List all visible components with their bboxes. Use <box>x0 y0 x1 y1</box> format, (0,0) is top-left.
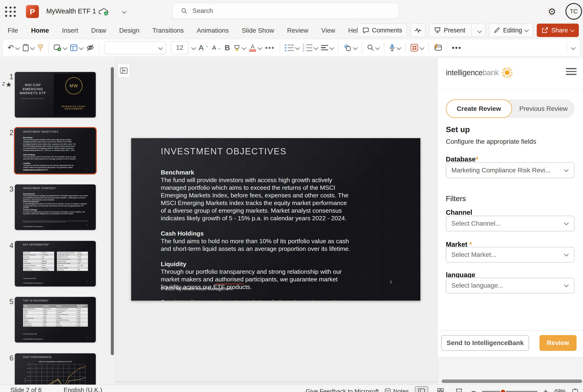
present-dropdown-chevron-icon[interactable] <box>474 27 485 34</box>
menu-tab[interactable]: File <box>8 27 18 34</box>
database-label: Database* <box>446 156 478 163</box>
new-slide-button[interactable] <box>53 44 67 52</box>
shapes-button[interactable] <box>343 44 357 52</box>
zoom-in-button[interactable]: + <box>544 389 548 392</box>
benchmark-heading: Benchmark <box>161 169 351 176</box>
undo-button[interactable]: ↶ <box>8 44 19 52</box>
normal-view-button[interactable] <box>415 386 428 392</box>
menu-tab[interactable]: Home <box>31 27 49 34</box>
quick-toolbar: ↶ 12 A⌃ A⌄ B A <box>2 39 580 56</box>
notes-toggle[interactable]: Notes <box>385 388 409 392</box>
search-input[interactable]: Search <box>172 3 399 19</box>
language-status[interactable]: English (U.K.) <box>64 387 102 392</box>
taskpane-horizontal-scrollbar[interactable] <box>442 380 582 383</box>
more-font-options-button[interactable]: ••• <box>265 44 275 52</box>
find-button[interactable] <box>367 44 379 51</box>
zoom-out-button[interactable]: − <box>471 389 476 392</box>
designer-button[interactable] <box>410 44 424 52</box>
settings-gear-icon[interactable]: ⚙ <box>548 6 556 17</box>
tab-create-review[interactable]: Create Review <box>446 100 512 118</box>
present-button[interactable]: Present <box>429 24 485 37</box>
bold-button[interactable]: B <box>225 44 230 52</box>
menu-tab[interactable]: Animations <box>197 27 229 34</box>
zoom-slider-thumb[interactable] <box>500 389 506 392</box>
catchup-activity-button[interactable] <box>411 24 426 37</box>
powerpoint-logo-icon[interactable]: P <box>26 5 39 18</box>
thumbnail-slide-4[interactable]: KEY INFORMATION* Net Assets£3.43bnShares… <box>15 241 96 286</box>
more-commands-button[interactable]: ••• <box>452 44 462 52</box>
slide-count-status[interactable]: Slide 2 of 6 <box>10 387 42 392</box>
menu-tab[interactable]: Insert <box>62 27 78 34</box>
font-size-input[interactable]: 12 <box>171 41 189 54</box>
slide-title[interactable]: INVESTMENT OBJECTIVES <box>161 146 287 156</box>
taskpane-menu-icon[interactable] <box>566 68 577 77</box>
share-button[interactable]: Share <box>537 24 579 37</box>
magnifier-icon <box>367 44 374 51</box>
feedback-link[interactable]: Give Feedback to Microsoft <box>306 388 379 392</box>
thumbnail-slide-3[interactable]: INVESTMENT STRATEGY Deep ResearchThe exp… <box>15 184 96 230</box>
menu-tab[interactable]: Transitions <box>152 27 184 34</box>
app-launcher-icon[interactable] <box>5 6 16 17</box>
quick-actions-button[interactable] <box>434 44 442 52</box>
holdings-row: ValeBrazilMining5.30% <box>23 316 88 317</box>
zoom-level[interactable]: 49% <box>554 388 566 392</box>
hide-slide-button[interactable] <box>86 44 94 51</box>
thumbnail-slide-5[interactable]: TOP 10 HOLDINGS* Name Domicile Industry … <box>15 297 96 342</box>
document-title[interactable]: MyWealth ETF 1 <box>46 8 96 15</box>
bullet-list-button[interactable] <box>285 44 299 51</box>
pencil-icon <box>494 27 500 34</box>
database-select[interactable]: Marketing Compliance Risk Revi... <box>446 162 575 178</box>
menu-tab[interactable]: Slide Show <box>242 27 274 34</box>
avatar[interactable]: TC <box>566 3 582 20</box>
canvas-horizontal-scrollbar[interactable] <box>116 381 437 383</box>
font-size-chevron-icon[interactable] <box>192 46 195 49</box>
shrink-font-button[interactable]: A⌄ <box>212 44 221 52</box>
grow-font-button[interactable]: A⌃ <box>199 44 209 52</box>
numbered-list-button[interactable]: 123 <box>303 44 318 52</box>
tab-previous-review[interactable]: Previous Review <box>513 100 575 118</box>
slide-number: 4 <box>4 242 13 250</box>
review-tabs: Create Review Previous Review <box>446 100 575 118</box>
share-icon <box>542 27 549 34</box>
status-bar: Slide 2 of 6 English (U.K.) Give Feedbac… <box>0 384 583 392</box>
performance-line-chart: 17,00016,00015,00014,00013,00012,00011,0… <box>24 364 87 384</box>
comments-button[interactable]: Comments <box>357 24 407 37</box>
market-select[interactable]: Select Market... <box>446 247 575 263</box>
editing-mode-button[interactable]: Editing <box>489 24 533 37</box>
zoom-slider[interactable] <box>482 391 538 392</box>
channel-select[interactable]: Select Channel... <box>446 216 575 232</box>
layout-button[interactable] <box>70 44 83 51</box>
menu-tab[interactable]: Draw <box>91 27 106 34</box>
font-name-select[interactable] <box>104 41 166 54</box>
holdings-row: Samsung ElectronicsSouth KoreaConsumer E… <box>23 308 88 310</box>
fit-to-window-icon[interactable] <box>572 388 578 392</box>
collapse-ribbon-chevron-icon[interactable] <box>572 46 575 49</box>
thumbnail-slide-6[interactable]: PAST PERFORMANCE Value of a Hypothetical… <box>15 353 96 384</box>
send-to-intelligencebank-button[interactable]: Send to IntelligenceBank <box>441 335 529 351</box>
menu-tab[interactable]: Design <box>119 27 139 34</box>
dictate-button[interactable] <box>389 44 401 52</box>
format-painter-button[interactable] <box>37 44 43 51</box>
thumbnail-slide-1[interactable]: MID-CAP EMERGING MARKETS ETF Sustainable… <box>15 72 96 118</box>
current-slide[interactable]: INVESTMENT OBJECTIVES Benchmark The fund… <box>131 138 420 300</box>
review-button[interactable]: Review <box>540 335 577 351</box>
highlight-color-button[interactable] <box>233 44 246 51</box>
language-chevron-icon <box>564 282 569 287</box>
align-button[interactable] <box>321 45 333 50</box>
menu-tab[interactable]: Review <box>287 27 308 34</box>
font-color-button[interactable]: A <box>249 44 261 52</box>
title-dropdown-chevron-icon[interactable] <box>123 10 126 14</box>
menu-tab[interactable]: View <box>321 27 335 34</box>
msci-link[interactable]: https://www.msci.com/our-solutions/index… <box>175 299 345 300</box>
thumbnail-scrollbar[interactable] <box>111 67 114 355</box>
slideshow-view-button[interactable] <box>453 387 465 392</box>
dictate-chevron-icon <box>397 45 401 50</box>
language-select[interactable]: Select language... <box>446 278 575 294</box>
slide-sorter-view-button[interactable] <box>434 387 447 392</box>
slide-body-textbox[interactable]: Benchmark The fund will provide investor… <box>161 169 351 300</box>
holdings-row: InfosysIndiaInformation Technology3.93% <box>23 319 88 321</box>
sun-icon <box>501 66 514 79</box>
thumbnail-slide-2-selected[interactable]: INVESTMENT OBJECTIVES Benchmark The fund… <box>15 128 96 174</box>
collapse-thumbnails-button[interactable] <box>117 64 130 78</box>
paste-button[interactable] <box>23 44 34 51</box>
